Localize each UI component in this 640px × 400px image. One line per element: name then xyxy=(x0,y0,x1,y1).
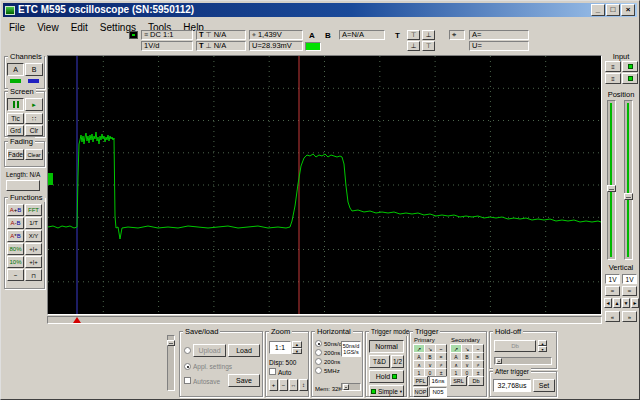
volts-a-display: 1V xyxy=(605,274,620,284)
input-coupling-a-button[interactable]: ≡ xyxy=(605,61,621,72)
arrow-down-button[interactable]: ▼ xyxy=(622,298,630,308)
scope-display[interactable] xyxy=(47,55,602,315)
trigger-simple-dropdown[interactable]: Simple ▾ xyxy=(369,385,404,397)
saveload-source-radio[interactable] xyxy=(184,347,191,354)
pan-left-button[interactable]: « xyxy=(605,311,620,322)
arrow-right-button[interactable]: ► xyxy=(631,298,639,308)
pan-right-button[interactable]: » xyxy=(622,311,637,322)
horizontal-option-radio[interactable] xyxy=(315,349,322,356)
function-button[interactable]: 10% xyxy=(7,256,24,268)
vertical-a-coupling-button[interactable]: ≈ xyxy=(605,286,620,296)
trigger-edge-rising-button[interactable]: ⊤ xyxy=(407,30,420,40)
load-button[interactable]: Load xyxy=(228,344,260,357)
probe-b-led xyxy=(628,76,633,81)
simple-label: Simple xyxy=(378,388,398,395)
function-button[interactable]: ~ xyxy=(7,269,24,281)
offset-slider-thumb[interactable] xyxy=(167,340,175,346)
position-slider-b[interactable] xyxy=(624,100,633,260)
tic-button[interactable]: Tic xyxy=(7,113,24,124)
channels-group: Channels A B xyxy=(4,56,45,89)
horizontal-option-radio[interactable] xyxy=(315,358,322,365)
after-trigger-set-button[interactable]: Set xyxy=(533,379,555,392)
arrow-left-button[interactable]: ◄ xyxy=(604,298,612,308)
holdoff-mode-button[interactable]: Db xyxy=(494,340,536,352)
channel-b-button[interactable]: B xyxy=(25,63,43,76)
position-b-range xyxy=(627,103,629,257)
function-button[interactable]: +|+ xyxy=(25,256,42,268)
offset-slider[interactable] xyxy=(167,335,175,391)
function-button[interactable]: A-B xyxy=(7,217,24,229)
holdoff-group: Hold-off Db ▴ ▾ xyxy=(489,331,557,369)
vertical-b-coupling-button[interactable]: ≈ xyxy=(622,286,637,296)
close-button[interactable]: × xyxy=(621,4,635,16)
save-button[interactable]: Save xyxy=(228,374,260,387)
trigger-level-high-button[interactable]: ⊤ xyxy=(422,41,435,51)
fade-button[interactable]: Fade xyxy=(7,149,24,160)
pause-button[interactable] xyxy=(7,98,24,111)
functions-group: Functions A+BFFTA-B1/TA*BX/Y80%+|+10%+|+… xyxy=(4,197,45,289)
function-button[interactable]: FFT xyxy=(25,204,42,216)
fade-clear-button[interactable]: Clear xyxy=(25,149,43,160)
function-button[interactable]: A*B xyxy=(7,230,24,242)
zoom-tool-button[interactable]: − xyxy=(279,379,288,391)
length-option-button[interactable] xyxy=(6,180,40,191)
autosave-checkbox[interactable] xyxy=(184,377,191,384)
saveload-group: Save/load Upload Load Appl. settings Aut… xyxy=(179,331,263,397)
tic-style-button[interactable]: ∷ xyxy=(25,113,43,124)
function-button[interactable]: ⊓ xyxy=(25,269,42,281)
minimize-button[interactable]: _ xyxy=(591,4,605,16)
run-indicator xyxy=(305,42,321,51)
window-title: ETC M595 oscilloscope (SN:5950112) xyxy=(18,3,194,17)
app-window: ETC M595 oscilloscope (SN:5950112) _ □ ×… xyxy=(0,0,640,400)
holdoff-slider[interactable] xyxy=(494,357,552,365)
trigger-normal-button[interactable]: Normal xyxy=(369,340,404,353)
db-button[interactable]: Db xyxy=(468,376,484,386)
zoom-tool-button[interactable]: ↕ xyxy=(299,379,308,391)
input-probe-b-button[interactable] xyxy=(622,73,638,84)
trigger-mode-title: Trigger mode xyxy=(369,327,411,336)
scope-scrollbar[interactable] xyxy=(47,316,602,324)
horizontal-option-radio[interactable] xyxy=(315,367,322,374)
trigger-edge-falling-button[interactable]: ⊥ xyxy=(422,30,435,40)
trigger-half-button[interactable]: 1/2 xyxy=(391,355,404,368)
function-button[interactable]: X/Y xyxy=(25,230,42,242)
clear-screen-button[interactable]: Clr xyxy=(25,125,43,136)
trigger-section-label: T xyxy=(395,31,400,40)
screen-group: Screen ► Tic ∷ Grd Clr xyxy=(4,91,45,137)
srl-button[interactable]: SRL xyxy=(450,376,467,386)
trigger-td-button[interactable]: T&D xyxy=(369,355,390,368)
arrow-up-button[interactable]: ▲ xyxy=(613,298,621,308)
zoom-tool-button[interactable]: ↔ xyxy=(289,379,298,391)
function-button[interactable]: 80% xyxy=(7,243,24,255)
run-button[interactable]: ► xyxy=(25,98,43,111)
cursor-voltage-value: 1,439V xyxy=(258,31,282,39)
channel-a-button[interactable]: A xyxy=(7,63,24,76)
holdoff-spin-down-button[interactable]: ▾ xyxy=(538,346,547,352)
input-probe-a-button[interactable] xyxy=(622,61,638,72)
status-icon[interactable] xyxy=(129,31,138,39)
function-button[interactable]: +|+ xyxy=(25,243,42,255)
trigger-position-marker[interactable] xyxy=(73,317,81,323)
maximize-button[interactable]: □ xyxy=(606,4,620,16)
trigger-level-low-button[interactable]: ⊥ xyxy=(407,41,420,51)
memory-slider-thumb[interactable] xyxy=(343,384,349,390)
holdoff-slider-thumb[interactable] xyxy=(496,358,502,364)
function-button[interactable]: 1/T xyxy=(25,217,42,229)
nop-button[interactable]: NOP xyxy=(413,387,428,397)
upload-button[interactable]: Upload xyxy=(193,344,226,357)
position-slider-a-thumb[interactable] xyxy=(607,185,616,192)
memory-slider[interactable] xyxy=(341,383,361,391)
pfl-button[interactable]: PFL xyxy=(413,376,428,386)
scope-svg xyxy=(48,56,601,314)
trigger-hold-button[interactable]: Hold xyxy=(369,370,404,383)
horizontal-option-label: 200ns xyxy=(324,358,340,366)
function-button[interactable]: A+B xyxy=(7,204,24,216)
input-coupling-b-button[interactable]: ≡ xyxy=(605,73,621,84)
position-slider-b-thumb[interactable] xyxy=(624,193,633,200)
grid-button[interactable]: Grd xyxy=(7,125,24,136)
appl-settings-radio[interactable] xyxy=(184,363,191,370)
zoom-tool-button[interactable]: + xyxy=(269,379,278,391)
trigger-b-value: N/A xyxy=(214,42,227,50)
position-slider-a[interactable] xyxy=(607,100,616,260)
horizontal-option-radio[interactable] xyxy=(315,340,322,347)
